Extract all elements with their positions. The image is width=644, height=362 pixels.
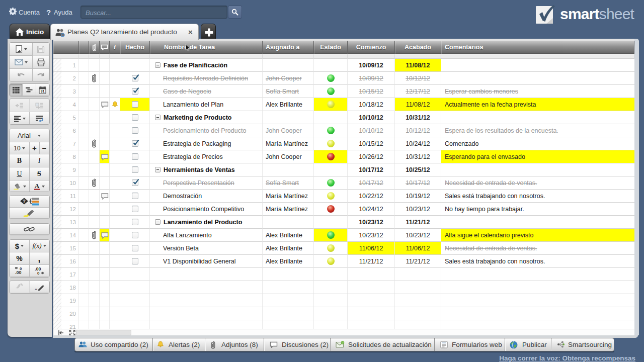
svg-text:?: ? [23, 199, 26, 204]
svg-text:0: 0 [37, 271, 40, 275]
svg-text:.00: .00 [15, 270, 22, 275]
svg-text:31: 31 [40, 89, 44, 94]
svg-text:A: A [35, 183, 40, 190]
svg-text:..: .. [35, 286, 37, 291]
